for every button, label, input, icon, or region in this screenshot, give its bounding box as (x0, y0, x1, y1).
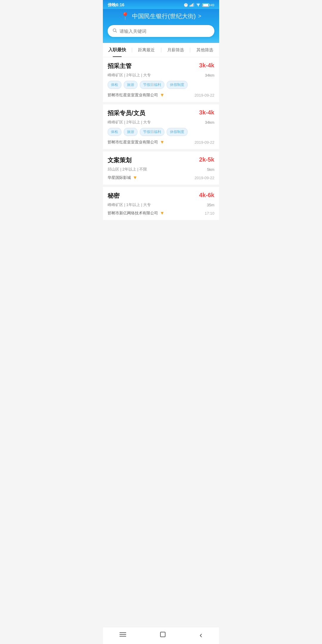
job-title-2: 招采专员/文员 (108, 109, 145, 117)
job-footer-3: 华星国际影城 ▼ 2019-09-22 (108, 175, 214, 180)
job-card-3[interactable]: 文案策划 2k-5k 邱山区 | 2年以上 | 不限 5km 华星国际影城 ▼ … (103, 151, 219, 185)
company-2: 邯郸市红星皇室置业有限公司 ▼ (108, 140, 165, 145)
job-distance-4: 35m (207, 203, 214, 207)
location-icon: 📍 (121, 12, 130, 20)
job-date-1: 2019-09-22 (195, 93, 215, 97)
battery-level: 49 (211, 3, 214, 7)
search-icon (112, 28, 117, 34)
job-date-3: 2019-09-22 (195, 176, 215, 180)
company-name-3: 华星国际影城 (108, 175, 131, 180)
job-salary-4: 4k-6k (199, 192, 214, 199)
location-row[interactable]: 📍 中国民生银行(世纪大街) > (121, 12, 201, 20)
job-salary-2: 3k-4k (199, 109, 214, 116)
search-bar[interactable] (108, 25, 214, 37)
search-input[interactable] (120, 29, 210, 34)
signal-icon (190, 3, 194, 7)
svg-line-6 (116, 31, 117, 32)
job-details-4: 峰峰矿区 | 1年以上 | 大专 (108, 202, 151, 208)
job-card-2-header: 招采专员/文员 3k-4k (108, 109, 214, 117)
header: 📍 中国民生银行(世纪大街) > (103, 9, 219, 43)
job-title-1: 招采主管 (108, 62, 131, 70)
status-icons: 🕐 49 (184, 3, 214, 7)
job-footer-4: 邯郸市新亿网络技术有限公司 ▼ 17:10 (108, 210, 214, 216)
filter-tab-nearest[interactable]: 距离最近 (132, 43, 161, 57)
job-footer-2: 邯郸市红星皇室置业有限公司 ▼ 2019-09-22 (108, 140, 214, 145)
filter-tab-salary[interactable]: 月薪筛选 (161, 43, 190, 57)
job-info-2: 峰峰矿区 | 2年以上 | 大专 34km (108, 120, 214, 125)
job-tag-1-3: 休假制度 (167, 81, 188, 89)
job-tag-2-0: 体检 (108, 128, 121, 136)
job-distance-3: 5km (207, 167, 214, 172)
company-1: 邯郸市红星皇室置业有限公司 ▼ (108, 92, 165, 98)
job-title-3: 文案策划 (108, 156, 131, 164)
status-bar: 傍晚6:16 🕐 49 (103, 0, 219, 9)
company-name-4: 邯郸市新亿网络技术有限公司 (108, 210, 158, 216)
svg-rect-0 (190, 5, 191, 7)
job-info-4: 峰峰矿区 | 1年以上 | 大专 35m (108, 202, 214, 208)
status-time: 傍晚6:16 (108, 2, 124, 8)
job-details-3: 邱山区 | 2年以上 | 不限 (108, 167, 147, 172)
job-tag-1-0: 体检 (108, 81, 121, 89)
job-distance-1: 34km (205, 73, 214, 78)
wifi-icon (196, 3, 201, 7)
verified-icon-1: ▼ (160, 92, 165, 98)
job-footer-1: 邯郸市红星皇室置业有限公司 ▼ 2019-09-22 (108, 92, 214, 98)
job-salary-1: 3k-4k (199, 62, 214, 69)
svg-rect-2 (192, 4, 193, 7)
job-details-1: 峰峰矿区 | 2年以上 | 大专 (108, 72, 151, 78)
job-salary-3: 2k-5k (199, 156, 214, 163)
company-name-2: 邯郸市红星皇室置业有限公司 (108, 140, 158, 145)
job-title-4: 秘密 (108, 192, 120, 200)
job-card-1-header: 招采主管 3k-4k (108, 62, 214, 70)
job-tag-2-1: 旅游 (124, 128, 137, 136)
filter-tab-fastest[interactable]: 入职最快 (103, 43, 132, 57)
location-text: 中国民生银行(世纪大街) (132, 12, 196, 20)
svg-point-5 (113, 29, 116, 31)
svg-point-4 (198, 6, 199, 6)
job-tag-2-3: 休假制度 (167, 128, 188, 136)
job-info-1: 峰峰矿区 | 2年以上 | 大专 34km (108, 72, 214, 78)
job-tag-1-2: 节假日福利 (140, 81, 164, 89)
location-arrow-icon: > (198, 13, 201, 19)
alarm-icon: 🕐 (184, 3, 188, 7)
job-card-3-header: 文案策划 2k-5k (108, 156, 214, 164)
job-card-4[interactable]: 秘密 4k-6k 峰峰矿区 | 1年以上 | 大专 35m 邯郸市新亿网络技术有… (103, 187, 219, 220)
verified-icon-2: ▼ (160, 140, 165, 145)
battery-icon (202, 3, 209, 7)
job-list: 招采主管 3k-4k 峰峰矿区 | 2年以上 | 大专 34km 体检 旅游 节… (103, 57, 219, 220)
verified-icon-3: ▼ (133, 175, 137, 180)
job-tag-2-2: 节假日福利 (140, 128, 164, 136)
filter-tabs: 入职最快 距离最近 月薪筛选 其他筛选 (103, 43, 219, 57)
svg-rect-1 (191, 4, 192, 7)
job-tag-1-1: 旅游 (124, 81, 137, 89)
job-card-4-header: 秘密 4k-6k (108, 192, 214, 200)
job-date-4: 17:10 (205, 211, 214, 216)
job-card-2[interactable]: 招采专员/文员 3k-4k 峰峰矿区 | 2年以上 | 大专 34km 体检 旅… (103, 104, 219, 149)
company-3: 华星国际影城 ▼ (108, 175, 137, 180)
svg-rect-3 (193, 3, 194, 7)
verified-icon-4: ▼ (160, 210, 165, 216)
job-distance-2: 34km (205, 120, 214, 125)
job-tags-1: 体检 旅游 节假日福利 休假制度 (108, 81, 214, 89)
filter-tab-other[interactable]: 其他筛选 (190, 43, 219, 57)
job-date-2: 2019-09-22 (195, 140, 215, 145)
job-tags-2: 体检 旅游 节假日福利 休假制度 (108, 128, 214, 136)
company-4: 邯郸市新亿网络技术有限公司 ▼ (108, 210, 165, 216)
job-info-3: 邱山区 | 2年以上 | 不限 5km (108, 167, 214, 172)
company-name-1: 邯郸市红星皇室置业有限公司 (108, 92, 158, 98)
job-details-2: 峰峰矿区 | 2年以上 | 大专 (108, 120, 151, 125)
job-card-1[interactable]: 招采主管 3k-4k 峰峰矿区 | 2年以上 | 大专 34km 体检 旅游 节… (103, 57, 219, 102)
